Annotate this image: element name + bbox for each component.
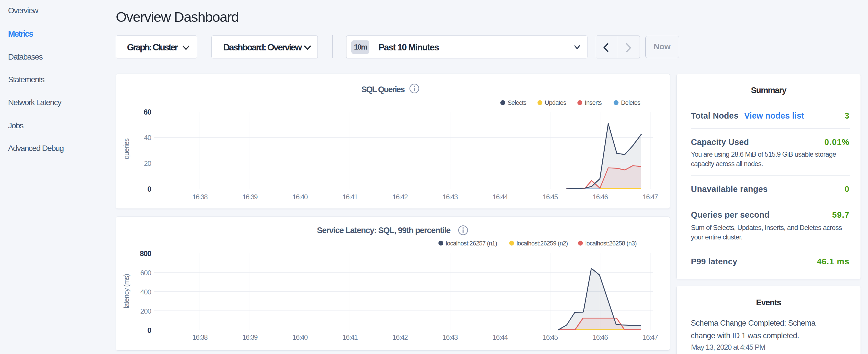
svg-text:Inserts: Inserts	[585, 99, 601, 106]
svg-text:16:47: 16:47	[643, 333, 658, 341]
svg-text:16:40: 16:40	[292, 193, 308, 201]
svg-text:400: 400	[140, 288, 151, 296]
svg-text:16:47: 16:47	[643, 193, 658, 201]
svg-text:16:41: 16:41	[342, 193, 358, 201]
svg-text:16:44: 16:44	[493, 333, 508, 341]
svg-text:200: 200	[140, 307, 151, 315]
svg-text:Updates: Updates	[545, 99, 566, 106]
svg-text:localhost:26257 (n1): localhost:26257 (n1)	[445, 240, 497, 247]
svg-text:16:39: 16:39	[242, 193, 258, 201]
svg-text:0: 0	[147, 185, 151, 193]
svg-text:latency (ms): latency (ms)	[122, 274, 130, 308]
svg-text:800: 800	[140, 250, 151, 257]
svg-text:16:41: 16:41	[342, 333, 358, 341]
svg-text:16:45: 16:45	[542, 333, 558, 341]
svg-text:Deletes: Deletes	[621, 99, 640, 106]
svg-text:queries: queries	[122, 138, 130, 159]
svg-text:16:39: 16:39	[242, 333, 258, 341]
svg-text:16:44: 16:44	[493, 193, 508, 201]
svg-text:16:46: 16:46	[593, 333, 608, 341]
svg-text:16:38: 16:38	[192, 333, 208, 341]
svg-text:600: 600	[140, 269, 151, 277]
svg-text:16:42: 16:42	[392, 193, 407, 201]
svg-text:40: 40	[144, 134, 151, 141]
svg-text:16:43: 16:43	[442, 333, 458, 341]
svg-text:20: 20	[144, 160, 151, 167]
svg-text:localhost:26258 (n3): localhost:26258 (n3)	[585, 240, 637, 247]
svg-text:16:45: 16:45	[542, 193, 558, 201]
svg-text:0: 0	[147, 326, 151, 334]
svg-text:16:42: 16:42	[392, 333, 407, 341]
svg-text:16:38: 16:38	[192, 193, 208, 201]
svg-text:Selects: Selects	[507, 99, 526, 106]
svg-text:60: 60	[144, 108, 151, 116]
svg-text:localhost:26259 (n2): localhost:26259 (n2)	[517, 240, 568, 247]
svg-text:16:46: 16:46	[593, 193, 608, 201]
svg-text:16:40: 16:40	[292, 333, 308, 341]
svg-text:16:43: 16:43	[442, 193, 458, 201]
